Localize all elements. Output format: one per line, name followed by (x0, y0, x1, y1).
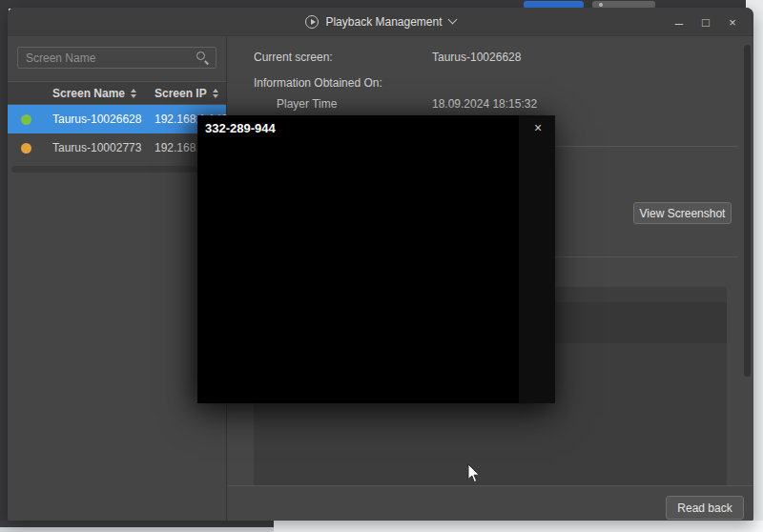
table-row-taurus-10026628[interactable]: Taurus-10026628 192.168.1.140 (8, 105, 226, 133)
background-tab-dot (599, 3, 603, 7)
screen-table: Screen Name Screen IP Taurus-10026628 19… (8, 81, 226, 173)
screen-list-sidebar: Screen Name Screen IP Taurus-10026628 19… (8, 37, 227, 521)
background-desktop-bottom (274, 521, 763, 532)
footer-divider (228, 485, 753, 486)
sort-icon[interactable] (131, 89, 136, 98)
close-button[interactable]: × (719, 8, 746, 36)
status-dot-warning (21, 143, 31, 153)
player-time-value: 18.09.2024 18:15:32 (432, 97, 537, 111)
current-screen-label: Current screen: (254, 51, 333, 64)
screen-table-header: Screen Name Screen IP (8, 81, 226, 105)
screenshot-preview-popup: 332-289-944 × (197, 115, 555, 403)
sort-icon[interactable] (213, 89, 218, 98)
titlebar-title-group[interactable]: Playback Management (305, 15, 455, 29)
player-time-row: Player Time 18.09.2024 18:15:32 (254, 97, 635, 111)
screen-ip-column-header[interactable]: Screen IP (146, 87, 226, 100)
information-obtained-label: Information Obtained On: (254, 76, 382, 90)
playback-icon (305, 15, 319, 29)
chevron-down-icon[interactable] (447, 15, 457, 25)
screen-search-input[interactable] (18, 48, 216, 68)
maximize-button[interactable]: □ (692, 8, 719, 36)
view-screenshot-button[interactable]: View Screenshot (633, 202, 732, 224)
current-screen-row: Current screen: Taurus-10026628 (254, 51, 635, 64)
screen-name-cell: Taurus-10002773 (52, 141, 141, 154)
screen-name-column-header[interactable]: Screen Name (44, 87, 146, 100)
screen-preview-image (197, 115, 519, 403)
screen-name-header-label: Screen Name (52, 87, 125, 100)
background-window-bottom-edge (0, 521, 274, 527)
popup-close-icon[interactable]: × (529, 119, 546, 136)
search-icon[interactable] (196, 51, 209, 64)
window-title: Playback Management (325, 15, 442, 29)
screen-ip-header-label: Screen IP (155, 87, 207, 100)
minimize-button[interactable]: – (666, 8, 692, 36)
current-screen-value: Taurus-10026628 (432, 51, 521, 64)
table-row-taurus-10002773[interactable]: Taurus-10002773 192.168.1.98 (8, 133, 226, 162)
status-dot-online (21, 114, 31, 125)
vertical-scrollbar[interactable] (744, 45, 751, 377)
player-time-label: Player Time (254, 97, 337, 111)
screen-name-cell: Taurus-10026628 (52, 113, 141, 126)
horizontal-scrollbar[interactable] (11, 166, 218, 173)
popup-title: 332-289-944 (205, 121, 276, 135)
background-desktop-bottom-left (0, 527, 274, 532)
screen-search (17, 47, 217, 69)
titlebar: Playback Management – □ × (8, 8, 753, 36)
read-back-button[interactable]: Read back (666, 496, 744, 520)
information-obtained-row: Information Obtained On: (254, 76, 382, 90)
window-controls: – □ × (666, 8, 746, 36)
mouse-cursor (467, 463, 481, 487)
